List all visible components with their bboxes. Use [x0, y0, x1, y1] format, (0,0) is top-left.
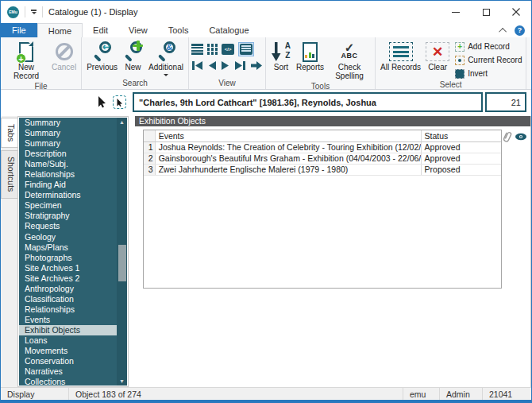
event-cell[interactable]: Zwei Jahrhunderte Englische Malerei (197… — [155, 164, 421, 175]
sidebar-item[interactable]: Relationships — [19, 169, 117, 180]
close-button[interactable] — [501, 1, 531, 23]
content-area: Tabs Shortcuts Summary Summary Summary D… — [1, 116, 531, 387]
new-record-button[interactable]: + New Record — [3, 39, 49, 81]
status-cell[interactable]: Proposed — [421, 164, 502, 175]
sidebar-item[interactable]: Summary — [19, 138, 117, 149]
scrollbar-thumb[interactable] — [118, 245, 126, 281]
collapse-ribbon-icon[interactable] — [499, 27, 507, 35]
sidebar-item[interactable]: Conservation — [19, 356, 117, 366]
invert-selection-button[interactable]: Invert — [455, 68, 522, 79]
side-tab-strip: Tabs Shortcuts — [1, 116, 17, 387]
select-pointer-icon[interactable] — [113, 95, 126, 109]
add-record-button[interactable]: + Add Record — [455, 41, 522, 52]
sidebar-scrollbar[interactable]: ▲ ▼ — [117, 118, 127, 386]
status-cell[interactable]: Approved — [421, 141, 502, 153]
sidebar-item[interactable]: Specimen — [19, 200, 117, 211]
sidebar-item[interactable]: Anthropology — [19, 284, 117, 294]
first-record-button[interactable] — [191, 60, 203, 71]
goto-record-button[interactable] — [250, 60, 263, 71]
minimize-button[interactable] — [441, 1, 471, 23]
sidebar-item[interactable]: Events — [19, 315, 117, 325]
sidebar-item[interactable]: Movements — [19, 346, 117, 356]
sidebar-tab-shortcuts[interactable]: Shortcuts — [1, 150, 17, 198]
sidebar-item[interactable]: Exhibit Objects — [19, 325, 117, 335]
sidebar-item[interactable]: Determinations — [19, 190, 117, 200]
event-cell[interactable]: Gainsborough's Beautiful Mrs Graham - Ex… — [155, 153, 421, 164]
divider — [25, 6, 25, 17]
sidebar-item[interactable]: Stratigraphy — [19, 211, 117, 221]
tab-list-panel: Summary Summary Summary Description Name… — [17, 116, 129, 387]
minimize-icon — [452, 12, 460, 13]
sidebar-item[interactable]: Photographs — [19, 253, 117, 263]
scroll-up-icon[interactable]: ▲ — [117, 118, 127, 126]
panel-title: Exhibition Objects — [135, 116, 530, 126]
check-spelling-button[interactable]: ✓ABC Check Spelling — [326, 39, 372, 81]
sidebar-item[interactable]: Collections — [19, 377, 117, 386]
check-spelling-icon: ✓ABC — [341, 43, 357, 60]
sidebar-item[interactable]: Loans — [19, 335, 117, 346]
sidebar-item[interactable]: Relationships — [19, 304, 117, 315]
details-view-button[interactable] — [238, 42, 254, 56]
events-column-header[interactable]: Events — [155, 130, 421, 141]
main-panel: Exhibition Objects Events Status — [135, 116, 531, 387]
scroll-down-icon[interactable]: ▼ — [117, 377, 127, 386]
tab-file[interactable]: File — [1, 23, 37, 37]
tab-view[interactable]: View — [118, 23, 158, 37]
sidebar-item[interactable]: Description — [19, 149, 117, 159]
close-icon — [512, 8, 520, 16]
current-record-button[interactable]: Current Record — [455, 54, 522, 66]
status-bar: Display Object 183 of 274 emu Admin 2104… — [1, 387, 531, 400]
sidebar-item[interactable]: Summary — [19, 118, 117, 128]
maximize-button[interactable] — [471, 1, 501, 23]
table-row[interactable]: 2 Gainsborough's Beautiful Mrs Graham - … — [144, 153, 502, 164]
status-mode: Display — [1, 388, 69, 400]
all-records-button[interactable]: All Records — [378, 39, 423, 73]
previous-record-button[interactable] — [207, 60, 217, 71]
tab-edit[interactable]: Edit — [83, 23, 118, 37]
status-column-header[interactable]: Status — [421, 130, 502, 141]
grid-view-button[interactable] — [207, 44, 218, 54]
sidebar-item[interactable]: Finding Aid — [19, 180, 117, 190]
sidebar-item[interactable]: Site Archives 2 — [19, 273, 117, 284]
quick-access-dropdown-icon[interactable] — [31, 10, 37, 14]
cancel-icon — [56, 43, 73, 60]
additional-search-button[interactable]: & Additional — [146, 39, 186, 77]
sidebar-item[interactable]: Requests — [19, 221, 117, 231]
tab-catalogue[interactable]: Catalogue — [199, 23, 259, 37]
view-attachments-eye-icon[interactable] — [515, 132, 527, 141]
table-row[interactable]: 1 Joshua Reynolds: The Creation of Celeb… — [144, 141, 502, 153]
sidebar-item[interactable]: Summary — [19, 128, 117, 138]
sort-button[interactable]: AZ Sort — [268, 39, 294, 73]
new-search-button[interactable]: New — [120, 39, 146, 73]
tab-tools[interactable]: Tools — [158, 23, 199, 37]
table-row[interactable]: 3 Zwei Jahrhunderte Englische Malerei (1… — [144, 164, 502, 175]
sidebar-item[interactable]: Name/Subj. — [19, 159, 117, 169]
cancel-button[interactable]: Cancel — [49, 39, 79, 73]
sidebar-item[interactable]: Geology — [19, 232, 117, 242]
event-cell[interactable]: Joshua Reynolds: The Creation of Celebri… — [155, 141, 421, 153]
tab-home[interactable]: Home — [37, 23, 83, 37]
sidebar-item[interactable]: Narratives — [19, 366, 117, 377]
attachment-icon[interactable] — [499, 129, 515, 145]
ribbon-group-file: + New Record Cancel File — [1, 37, 82, 89]
status-user: Admin — [439, 388, 482, 400]
last-record-button[interactable] — [234, 60, 246, 71]
reports-button[interactable]: Reports — [294, 39, 326, 73]
ribbon-tab-strip: File Home Edit View Tools Catalogue ? — [1, 23, 531, 37]
sidebar-item[interactable]: Maps/Plans — [19, 242, 117, 253]
cursor-icon[interactable] — [98, 96, 107, 108]
sidebar-tab-tabs[interactable]: Tabs — [1, 118, 17, 148]
record-summary: "Charles, 9th Lord Cathcart" [1981.36], … — [133, 92, 483, 112]
clear-selection-button[interactable]: ✕ Clear — [423, 39, 452, 73]
divider — [42, 6, 43, 17]
sidebar-item[interactable]: Site Archives 1 — [19, 263, 117, 273]
maximize-icon — [483, 9, 490, 16]
help-icon[interactable]: ? — [515, 25, 525, 36]
sidebar-item[interactable]: Classification — [19, 294, 117, 304]
list-view-button[interactable] — [191, 44, 203, 54]
group-label-select: Select — [378, 79, 524, 91]
page-view-button[interactable]: </> — [222, 44, 234, 55]
previous-search-button[interactable]: ↩ Previous — [84, 39, 120, 73]
next-record-button[interactable] — [221, 60, 230, 71]
status-cell[interactable]: Approved — [421, 153, 502, 164]
